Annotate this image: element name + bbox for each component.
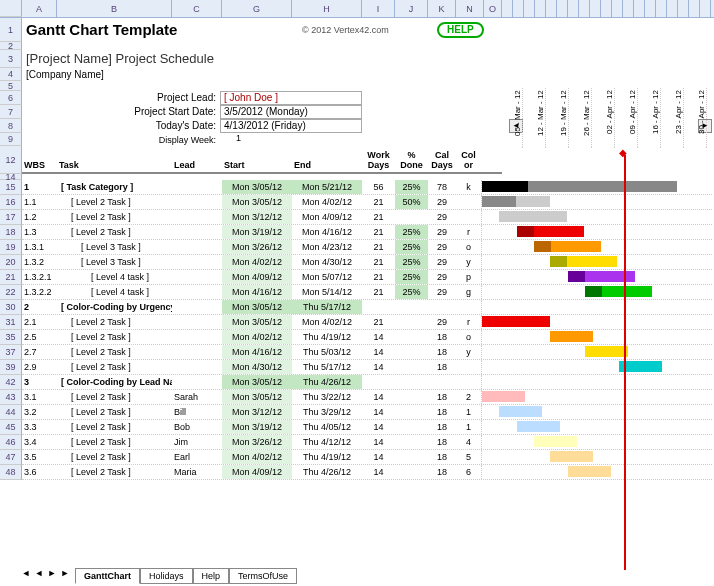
cell-pctdone[interactable]: 25% xyxy=(395,270,428,284)
cell-end[interactable]: Thu 4/12/12 xyxy=(292,435,362,449)
row-header[interactable]: 22 xyxy=(0,285,22,300)
cell-task[interactable]: [ Level 2 Task ] xyxy=(57,345,172,359)
grid-header-work[interactable]: Work Days xyxy=(362,150,395,170)
cell-wbs[interactable]: 3.5 xyxy=(22,450,57,464)
task-row[interactable]: 3.4 [ Level 2 Task ] Jim Mon 3/26/12 Thu… xyxy=(22,435,712,450)
row-header[interactable]: 17 xyxy=(0,210,22,225)
cell-wbs[interactable]: 2.1 xyxy=(22,315,57,329)
cell-start[interactable]: Mon 4/02/12 xyxy=(222,450,292,464)
cell-color[interactable] xyxy=(456,360,481,374)
cell-lead[interactable] xyxy=(172,210,222,224)
row-header[interactable]: 42 xyxy=(0,375,22,390)
cell-task[interactable]: [ Level 2 Task ] xyxy=(57,450,172,464)
cell-caldays[interactable]: 18 xyxy=(428,390,456,404)
cell-task[interactable]: [ Level 2 Task ] xyxy=(57,210,172,224)
column-header[interactable]: N xyxy=(456,0,484,17)
cell-workdays[interactable]: 21 xyxy=(362,255,395,269)
cell-color[interactable]: g xyxy=(456,285,481,299)
task-row[interactable]: 2.1 [ Level 2 Task ] Mon 3/05/12 Mon 4/0… xyxy=(22,315,712,330)
cell-end[interactable]: Thu 4/26/12 xyxy=(292,465,362,479)
cell-workdays[interactable]: 21 xyxy=(362,315,395,329)
cell-task[interactable]: [ Level 2 Task ] xyxy=(57,360,172,374)
cell-color[interactable]: r xyxy=(456,315,481,329)
cell-task[interactable]: [ Color-Coding by Urgency ] xyxy=(57,300,172,314)
cell-color[interactable]: 5 xyxy=(456,450,481,464)
cell-color[interactable]: 1 xyxy=(456,420,481,434)
task-row[interactable]: 1.3.2.2 [ Level 4 task ] Mon 4/16/12 Mon… xyxy=(22,285,712,300)
cell-pctdone[interactable] xyxy=(395,375,428,389)
grid-header-color[interactable]: Col or xyxy=(456,150,481,170)
row-header[interactable]: 44 xyxy=(0,405,22,420)
cell-start[interactable]: Mon 4/02/12 xyxy=(222,330,292,344)
cell-caldays[interactable]: 78 xyxy=(428,180,456,194)
row-header[interactable]: 8 xyxy=(0,119,22,133)
cell-caldays[interactable] xyxy=(428,375,456,389)
task-row[interactable]: 2 [ Color-Coding by Urgency ] Mon 3/05/1… xyxy=(22,300,712,315)
cell-start[interactable]: Mon 3/05/12 xyxy=(222,375,292,389)
cell-caldays[interactable]: 29 xyxy=(428,210,456,224)
cell-caldays[interactable]: 29 xyxy=(428,285,456,299)
cell-lead[interactable] xyxy=(172,330,222,344)
cell-wbs[interactable]: 1.3 xyxy=(22,225,57,239)
cell-wbs[interactable]: 3.6 xyxy=(22,465,57,479)
row-header[interactable]: 4 xyxy=(0,68,22,81)
cell-end[interactable]: Mon 5/14/12 xyxy=(292,285,362,299)
cell-color[interactable]: o xyxy=(456,330,481,344)
cell-color[interactable]: 6 xyxy=(456,465,481,479)
row-header[interactable]: 20 xyxy=(0,255,22,270)
task-row[interactable]: 1.3.2.1 [ Level 4 task ] Mon 4/09/12 Mon… xyxy=(22,270,712,285)
cell-workdays[interactable]: 14 xyxy=(362,435,395,449)
cell-lead[interactable]: Sarah xyxy=(172,390,222,404)
cell-pctdone[interactable] xyxy=(395,210,428,224)
cell-wbs[interactable]: 3.4 xyxy=(22,435,57,449)
row-header[interactable]: 19 xyxy=(0,240,22,255)
cell-caldays[interactable]: 18 xyxy=(428,330,456,344)
column-header[interactable]: I xyxy=(362,0,395,17)
grid-header-end[interactable]: End xyxy=(292,160,362,170)
cell-color[interactable]: r xyxy=(456,225,481,239)
tab-navigation[interactable]: ◄◄►► xyxy=(20,568,71,584)
cell-start[interactable]: Mon 3/12/12 xyxy=(222,210,292,224)
sheet-tab-termsofuse[interactable]: TermsOfUse xyxy=(229,568,297,584)
row-header[interactable]: 3 xyxy=(0,50,22,68)
task-row[interactable]: 3.6 [ Level 2 Task ] Maria Mon 4/09/12 T… xyxy=(22,465,712,480)
cell-wbs[interactable]: 1.2 xyxy=(22,210,57,224)
row-header[interactable]: 35 xyxy=(0,330,22,345)
cell-end[interactable]: Thu 3/22/12 xyxy=(292,390,362,404)
grid-header-cal[interactable]: Cal Days xyxy=(428,150,456,170)
task-row[interactable]: 1.1 [ Level 2 Task ] Mon 3/05/12 Mon 4/0… xyxy=(22,195,712,210)
cell-end[interactable]: Thu 3/29/12 xyxy=(292,405,362,419)
cell-caldays[interactable]: 18 xyxy=(428,345,456,359)
cell-task[interactable]: [ Level 2 Task ] xyxy=(57,225,172,239)
column-header[interactable]: C xyxy=(172,0,222,17)
cell-task[interactable]: [ Task Category ] xyxy=(57,180,172,194)
row-header[interactable]: 46 xyxy=(0,435,22,450)
cell-caldays[interactable] xyxy=(428,300,456,314)
cell-lead[interactable] xyxy=(172,345,222,359)
cell-workdays[interactable]: 14 xyxy=(362,330,395,344)
grid-header-wbs[interactable]: WBS xyxy=(22,160,57,170)
row-header[interactable]: 15 xyxy=(0,180,22,195)
task-row[interactable]: 2.9 [ Level 2 Task ] Mon 4/30/12 Thu 5/1… xyxy=(22,360,712,375)
cell-end[interactable]: Mon 4/02/12 xyxy=(292,195,362,209)
cell-lead[interactable] xyxy=(172,240,222,254)
cell-end[interactable]: Mon 4/23/12 xyxy=(292,240,362,254)
row-header[interactable]: 37 xyxy=(0,345,22,360)
cell-pctdone[interactable]: 25% xyxy=(395,225,428,239)
task-row[interactable]: 1.3 [ Level 2 Task ] Mon 3/19/12 Mon 4/1… xyxy=(22,225,712,240)
cell-caldays[interactable]: 18 xyxy=(428,450,456,464)
cell-caldays[interactable]: 18 xyxy=(428,360,456,374)
cell-task[interactable]: [ Level 2 Task ] xyxy=(57,420,172,434)
cell-task[interactable]: [ Level 3 Task ] xyxy=(57,255,172,269)
cell-caldays[interactable]: 18 xyxy=(428,405,456,419)
cell-lead[interactable] xyxy=(172,375,222,389)
row-header[interactable]: 6 xyxy=(0,91,22,105)
grid-header-pct[interactable]: % Done xyxy=(395,150,428,170)
column-header[interactable]: K xyxy=(428,0,456,17)
sheet-tab-holidays[interactable]: Holidays xyxy=(140,568,193,584)
cell-pctdone[interactable] xyxy=(395,450,428,464)
cell-caldays[interactable]: 18 xyxy=(428,420,456,434)
cell-workdays[interactable]: 21 xyxy=(362,240,395,254)
sheet-tab-help[interactable]: Help xyxy=(193,568,230,584)
cell-lead[interactable] xyxy=(172,360,222,374)
